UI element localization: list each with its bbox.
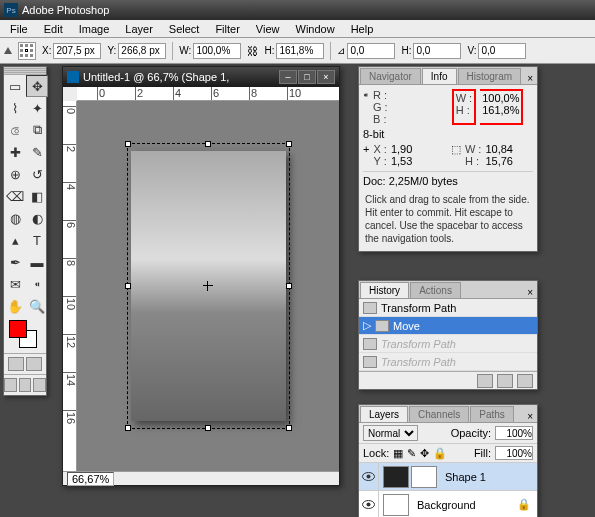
gradient-tool[interactable]: ◧ (26, 185, 48, 207)
tab-paths[interactable]: Paths (470, 406, 514, 422)
new-snapshot-button[interactable] (477, 374, 493, 388)
history-brush-tool[interactable]: ↺ (26, 163, 48, 185)
menu-edit[interactable]: Edit (36, 21, 71, 37)
menu-window[interactable]: Window (288, 21, 343, 37)
handle-l[interactable] (125, 283, 131, 289)
lock-trans-icon[interactable]: ▦ (393, 447, 403, 460)
brush-tool[interactable]: ✎ (26, 141, 48, 163)
tab-info[interactable]: Info (422, 68, 457, 84)
handle-b[interactable] (205, 425, 211, 431)
pen-tool[interactable]: ✒ (4, 251, 26, 273)
transform-bounds[interactable] (127, 143, 290, 429)
menu-view[interactable]: View (248, 21, 288, 37)
history-list: Transform Path ▷Move Transform Path Tran… (359, 299, 537, 371)
eyedropper-tool[interactable]: ⁌ (26, 273, 48, 295)
tab-navigator[interactable]: Navigator (360, 68, 421, 84)
panel-close-icon[interactable]: × (523, 411, 537, 422)
shape-tool[interactable]: ▬ (26, 251, 48, 273)
opt-h-input[interactable] (276, 43, 324, 59)
opacity-input[interactable] (495, 426, 533, 440)
foreground-color[interactable] (9, 320, 27, 338)
move-tool[interactable]: ✥ (26, 75, 48, 97)
transform-center[interactable] (203, 281, 213, 291)
panel-close-icon[interactable]: × (523, 287, 537, 298)
menu-help[interactable]: Help (343, 21, 382, 37)
menu-filter[interactable]: Filter (207, 21, 247, 37)
screenmode-toggle[interactable] (26, 357, 42, 371)
notes-tool[interactable]: ✉ (4, 273, 26, 295)
menu-select[interactable]: Select (161, 21, 208, 37)
lock-move-icon[interactable]: ✥ (420, 447, 429, 460)
path-select-tool[interactable]: ▴ (4, 229, 26, 251)
dodge-tool[interactable]: ◐ (26, 207, 48, 229)
blend-mode-select[interactable]: Normal (363, 425, 418, 441)
lasso-tool[interactable]: ⌇ (4, 97, 26, 119)
doc-titlebar[interactable]: Untitled-1 @ 66,7% (Shape 1, – □ × (63, 67, 339, 87)
opt-hskew-input[interactable] (413, 43, 461, 59)
new-doc-button[interactable] (497, 374, 513, 388)
color-swatches[interactable] (4, 317, 46, 353)
quickmask-toggle[interactable] (8, 357, 24, 371)
wand-tool[interactable]: ✦ (26, 97, 48, 119)
history-item[interactable]: Transform Path (359, 335, 537, 353)
visibility-toggle[interactable] (359, 463, 379, 490)
history-item[interactable]: ▷Move (359, 317, 537, 335)
opt-angle-input[interactable] (347, 43, 395, 59)
opt-y-input[interactable] (118, 43, 166, 59)
hand-tool[interactable]: ✋ (4, 295, 26, 317)
lock-all-icon[interactable]: 🔒 (433, 447, 447, 460)
visibility-toggle[interactable] (359, 491, 379, 517)
opt-vskew-input[interactable] (478, 43, 526, 59)
tab-actions[interactable]: Actions (410, 282, 461, 298)
lock-paint-icon[interactable]: ✎ (407, 447, 416, 460)
screen-std[interactable] (4, 378, 17, 392)
type-tool[interactable]: T (26, 229, 48, 251)
menu-image[interactable]: Image (71, 21, 118, 37)
layer-name[interactable]: Shape 1 (441, 471, 486, 483)
layer-row[interactable]: Background 🔒 (359, 491, 537, 517)
history-item[interactable]: Transform Path (359, 353, 537, 371)
blur-tool[interactable]: ◍ (4, 207, 26, 229)
zoom-tool[interactable]: 🔍 (26, 295, 48, 317)
marquee-tool[interactable]: ▭ (4, 75, 26, 97)
layer-row[interactable]: Shape 1 (359, 463, 537, 491)
handle-t[interactable] (205, 141, 211, 147)
handle-r[interactable] (286, 283, 292, 289)
history-item[interactable]: Transform Path (359, 299, 537, 317)
panel-close-icon[interactable]: × (523, 73, 537, 84)
canvas[interactable] (77, 101, 339, 471)
link-wh-icon[interactable]: ⛓ (247, 45, 258, 57)
reference-point-grid[interactable] (18, 42, 36, 60)
fill-input[interactable] (495, 446, 533, 460)
tab-history[interactable]: History (360, 282, 409, 298)
close-button[interactable]: × (317, 70, 335, 84)
tab-layers[interactable]: Layers (360, 406, 408, 422)
maximize-button[interactable]: □ (298, 70, 316, 84)
stamp-tool[interactable]: ⊕ (4, 163, 26, 185)
tab-channels[interactable]: Channels (409, 406, 469, 422)
info-docsize: Doc: 2,25M/0 bytes (363, 171, 533, 187)
handle-tr[interactable] (286, 141, 292, 147)
slice-tool[interactable]: ⧉ (26, 119, 48, 141)
menu-layer[interactable]: Layer (117, 21, 161, 37)
handle-bl[interactable] (125, 425, 131, 431)
tab-histogram[interactable]: Histogram (458, 68, 522, 84)
minimize-button[interactable]: – (279, 70, 297, 84)
screen-full[interactable] (33, 378, 46, 392)
handle-tl[interactable] (125, 141, 131, 147)
eraser-tool[interactable]: ⌫ (4, 185, 26, 207)
screen-full-menu[interactable] (19, 378, 32, 392)
trash-button[interactable] (517, 374, 533, 388)
history-panel: History Actions × Transform Path ▷Move T… (358, 280, 538, 390)
menu-file[interactable]: File (2, 21, 36, 37)
layer-name[interactable]: Background (413, 499, 476, 511)
panel-grip[interactable] (4, 67, 46, 75)
info-wh-highlight: W :H : (452, 89, 477, 125)
heal-tool[interactable]: ✚ (4, 141, 26, 163)
zoom-display[interactable]: 66,67% (67, 472, 114, 486)
opt-x-input[interactable] (53, 43, 101, 59)
handle-br[interactable] (286, 425, 292, 431)
opt-w-input[interactable] (193, 43, 241, 59)
crop-tool[interactable]: ⟃ (4, 119, 26, 141)
transform-tool-icon[interactable] (4, 47, 12, 54)
